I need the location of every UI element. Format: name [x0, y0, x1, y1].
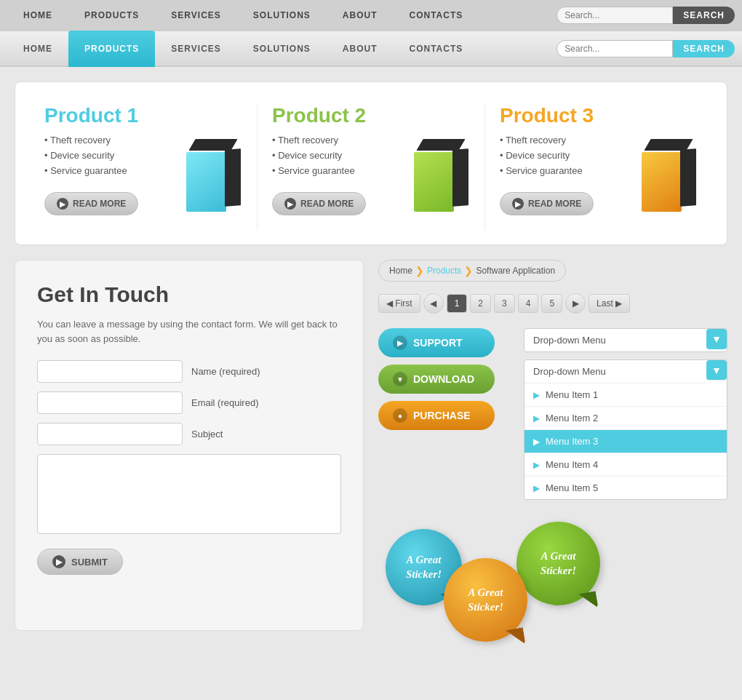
action-buttons: ▶ SUPPORT ▼ DOWNLOAD ● PURCHASE: [378, 328, 495, 485]
product-3-readmore[interactable]: ▶READ MORE: [500, 192, 594, 215]
product-col-2: Product 2 • Theft recovery • Device secu…: [258, 104, 485, 230]
purchase-icon: ●: [393, 408, 407, 423]
nav2-contacts[interactable]: CONTACTS: [394, 31, 479, 67]
dropdown-2-header[interactable]: Drop-down Menu: [524, 360, 706, 383]
lower-section: Get In Touch You can leave a message by …: [15, 260, 727, 631]
nav1-products[interactable]: PRODUCTS: [68, 0, 155, 31]
page-4[interactable]: 4: [518, 294, 539, 313]
name-input[interactable]: [37, 360, 183, 383]
breadcrumb-home[interactable]: Home: [389, 266, 412, 276]
breadcrumb-sep-2: ❯: [464, 265, 473, 277]
stickers-area: A GreatSticker! A GreatSticker! A GreatS…: [378, 514, 727, 631]
download-icon: ▼: [393, 372, 407, 386]
message-textarea[interactable]: [37, 454, 341, 534]
page-1[interactable]: 1: [447, 294, 468, 313]
dropdown-1-header[interactable]: Drop-down Menu: [524, 329, 706, 351]
nav1-contacts[interactable]: CONTACTS: [394, 0, 479, 31]
nav1-search-button[interactable]: SEARCH: [673, 7, 735, 24]
product-3-features: • Theft recovery • Device security • Ser…: [500, 135, 632, 215]
dropdown-item-icon: ▶: [533, 390, 540, 400]
support-button[interactable]: ▶ SUPPORT: [378, 328, 495, 357]
nav1-search-input[interactable]: [556, 7, 673, 24]
page-next[interactable]: ▶: [565, 293, 586, 314]
product-col-3: Product 3 • Theft recovery • Device secu…: [485, 104, 712, 230]
readmore-arrow-icon: ▶: [512, 198, 524, 210]
subject-input[interactable]: [37, 423, 183, 445]
submit-button[interactable]: ▶ SUBMIT: [37, 549, 123, 575]
nav2-solutions[interactable]: SOLUTIONS: [237, 31, 327, 67]
nav2-search-area: SEARCH: [556, 40, 735, 57]
dropdown-1: Drop-down Menu ▼: [524, 328, 727, 352]
product-2-features: • Theft recovery • Device security • Ser…: [272, 135, 404, 215]
pagination: ◀ First ◀ 1 2 3 4 5 ▶ Last ▶: [378, 293, 727, 314]
sticker-orange[interactable]: A GreatSticker!: [444, 558, 527, 642]
contact-desc: You can leave a message by using the con…: [37, 317, 341, 346]
product-2-title: Product 2: [272, 104, 470, 127]
product-1-readmore[interactable]: ▶READ MORE: [44, 192, 138, 215]
breadcrumb-products[interactable]: Products: [427, 266, 461, 276]
nav-secondary: HOME PRODUCTS SERVICES SOLUTIONS ABOUT C…: [0, 31, 742, 67]
nav1-solutions[interactable]: SOLUTIONS: [237, 0, 327, 31]
nav2-about[interactable]: ABOUT: [327, 31, 394, 67]
dropdown-item-2[interactable]: ▶Menu Item 2: [524, 407, 727, 430]
contact-title: Get In Touch: [37, 282, 341, 307]
nav-primary: HOME PRODUCTS SERVICES SOLUTIONS ABOUT C…: [0, 0, 742, 31]
nav2-home[interactable]: HOME: [7, 31, 68, 67]
dropdown-item-icon: ▶: [533, 483, 540, 493]
nav2-search-input[interactable]: [556, 40, 673, 57]
nav2-products[interactable]: PRODUCTS: [68, 31, 155, 67]
dropdown-area: Drop-down Menu ▼ Drop-down Menu ▼ ▶Menu …: [524, 328, 727, 500]
breadcrumb-sep-1: ❯: [415, 265, 424, 277]
page-last[interactable]: Last ▶: [589, 294, 630, 313]
nav1-search-area: SEARCH: [556, 7, 735, 24]
product-1-title: Product 1: [44, 104, 242, 127]
product-1-features: • Theft recovery • Device security • Ser…: [44, 135, 177, 215]
subject-row: Subject: [37, 423, 341, 445]
email-input[interactable]: [37, 391, 183, 414]
product-col-1: Product 1 • Theft recovery • Device secu…: [30, 104, 258, 230]
dropdown-2-header-row: Drop-down Menu ▼: [524, 360, 727, 383]
readmore-arrow-icon: ▶: [57, 198, 68, 210]
product-3-title: Product 3: [500, 104, 698, 127]
page-3[interactable]: 3: [494, 294, 515, 313]
nav1-home[interactable]: HOME: [7, 0, 68, 31]
product-1-image: [184, 135, 242, 215]
breadcrumb-software: Software Application: [476, 266, 555, 276]
page-first[interactable]: ◀ First: [378, 294, 420, 313]
page-prev[interactable]: ◀: [423, 293, 444, 314]
breadcrumb: Home ❯ Products ❯ Software Application: [378, 260, 566, 282]
dropdown-2: Drop-down Menu ▼ ▶Menu Item 1 ▶Menu Item…: [524, 359, 727, 500]
product-2-image: [412, 135, 470, 215]
products-section: Product 1 • Theft recovery • Device secu…: [15, 81, 727, 245]
nav1-services[interactable]: SERVICES: [155, 0, 236, 31]
readmore-arrow-icon: ▶: [284, 198, 296, 210]
dropdown-item-4[interactable]: ▶Menu Item 4: [524, 453, 727, 477]
support-icon: ▶: [393, 335, 407, 350]
submit-arrow-icon: ▶: [52, 555, 65, 568]
nav2-services[interactable]: SERVICES: [155, 31, 236, 67]
page-2[interactable]: 2: [470, 294, 491, 313]
subject-label: Subject: [191, 429, 223, 440]
sticker-green[interactable]: A GreatSticker!: [516, 522, 600, 605]
dropdown-item-5[interactable]: ▶Menu Item 5: [524, 477, 727, 499]
product-2-readmore[interactable]: ▶READ MORE: [272, 192, 366, 215]
dropdown-item-icon: ▶: [533, 413, 540, 423]
name-row: Name (required): [37, 360, 341, 383]
dropdown-item-1[interactable]: ▶Menu Item 1: [524, 383, 727, 407]
dropdown-item-icon: ▶: [533, 460, 540, 470]
contact-form: Get In Touch You can leave a message by …: [15, 260, 364, 631]
right-panel: Home ❯ Products ❯ Software Application ◀…: [378, 260, 727, 631]
product-3-image: [639, 135, 698, 215]
purchase-button[interactable]: ● PURCHASE: [378, 401, 495, 430]
download-button[interactable]: ▼ DOWNLOAD: [378, 365, 495, 394]
dropdown-item-3[interactable]: ▶Menu Item 3: [524, 430, 727, 453]
email-row: Email (required): [37, 391, 341, 414]
nav1-about[interactable]: ABOUT: [327, 0, 394, 31]
page-5[interactable]: 5: [541, 294, 562, 313]
action-dropdown-area: ▶ SUPPORT ▼ DOWNLOAD ● PURCHASE Drop-dow…: [378, 328, 727, 500]
dropdown-2-arrow[interactable]: ▼: [706, 360, 727, 381]
nav2-search-button[interactable]: SEARCH: [673, 40, 735, 57]
email-label: Email (required): [191, 397, 258, 408]
dropdown-1-arrow[interactable]: ▼: [706, 329, 727, 349]
name-label: Name (required): [191, 366, 260, 377]
